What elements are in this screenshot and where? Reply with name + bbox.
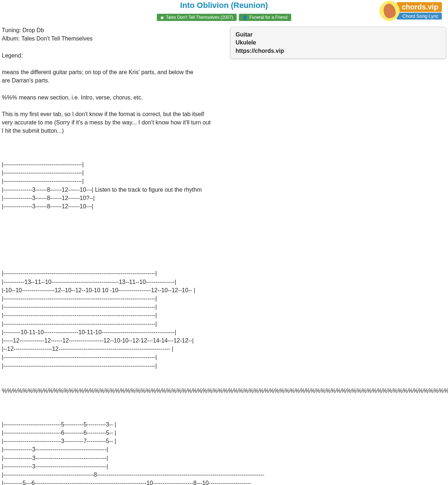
person-icon: 👤 <box>242 15 247 20</box>
header: chords.vip Chord Song Lyric Into Oblivio… <box>0 0 448 24</box>
tab-content: Tuning: Drop Db Album: Tales Don't Tell … <box>2 26 197 485</box>
logo-brand-text: chords.vip <box>397 2 442 12</box>
artist-tag-label: Funeral for a Friend <box>249 15 287 20</box>
site-url[interactable]: https://chords.vip <box>236 47 441 55</box>
artist-tag[interactable]: 👤 Funeral for a Friend <box>239 14 291 21</box>
site-logo[interactable]: chords.vip Chord Song Lyric <box>379 1 444 21</box>
instrument-box: Guitar Ukulele https://chords.vip <box>230 27 446 59</box>
album-tag-label: Tales Don't Tell Themselves (2007) <box>166 15 233 20</box>
disc-icon: ◉ <box>160 15 164 20</box>
instrument-ukulele[interactable]: Ukulele <box>236 39 441 47</box>
logo-sub-text: Chord Song Lyric <box>397 13 442 20</box>
album-tag[interactable]: ◉ Tales Don't Tell Themselves (2007) <box>157 14 237 21</box>
instrument-guitar[interactable]: Guitar <box>236 31 441 39</box>
logo-icon <box>379 1 400 21</box>
sidebar: Guitar Ukulele https://chords.vip <box>204 26 446 485</box>
